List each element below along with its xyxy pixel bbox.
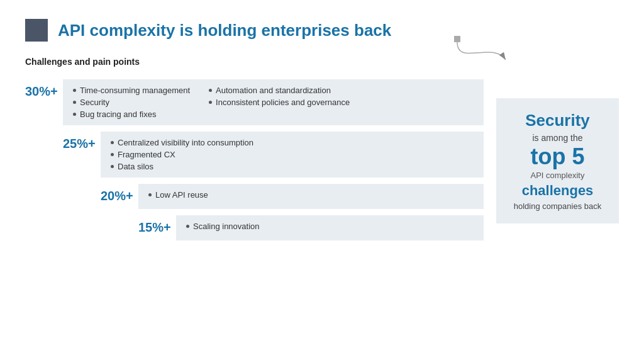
list-item: Bug tracing and fixes	[73, 110, 190, 119]
bar-box-15: Scaling innovation	[176, 215, 484, 240]
bullet-icon	[111, 153, 114, 156]
list-item: Centralized visibility into consumption	[111, 138, 253, 147]
list-item: Scaling innovation	[186, 222, 260, 231]
list-item: Time-consuming management	[73, 86, 190, 95]
callout-security: Security	[506, 111, 609, 130]
bar-col-30-1: Time-consuming management Security Bug t…	[73, 86, 190, 119]
list-item: Security	[73, 98, 190, 107]
bullet-icon	[148, 193, 152, 196]
callout-challenges: challenges	[506, 183, 609, 199]
title-row: API complexity is holding enterprises ba…	[25, 19, 619, 42]
section-label: Challenges and pain points	[25, 57, 619, 67]
list-item: Low API reuse	[148, 190, 208, 200]
right-callout: Security is among the top 5 API complexi…	[496, 98, 619, 223]
bar-content-15: Scaling innovation	[186, 222, 474, 231]
list-item: Fragmented CX	[111, 150, 253, 159]
bullet-icon	[186, 225, 189, 228]
bar-content-20: Low API reuse	[148, 190, 474, 200]
bar-box-25: Centralized visibility into consumption …	[101, 132, 484, 178]
bullet-icon	[209, 89, 212, 92]
callout-api: API complexity	[506, 171, 609, 180]
table-row: 30%+ Time-consuming management Security	[25, 79, 484, 125]
pct-30: 30%+	[25, 79, 63, 99]
main-container: API complexity is holding enterprises ba…	[0, 0, 644, 259]
pct-15: 15%+	[138, 215, 176, 235]
table-row: 20%+ Low API reuse	[101, 184, 484, 209]
bar-col-20-1: Low API reuse	[148, 190, 208, 200]
pct-25: 25%+	[63, 132, 101, 151]
title-icon	[25, 19, 48, 42]
content-area: 30%+ Time-consuming management Security	[25, 79, 619, 247]
bar-content-25: Centralized visibility into consumption …	[111, 138, 474, 171]
bullet-icon	[73, 101, 76, 104]
bar-box-30: Time-consuming management Security Bug t…	[63, 79, 484, 125]
bar-col-30-2: Automation and standardization Inconsist…	[209, 86, 350, 119]
table-row: 25%+ Centralized visibility into consump…	[63, 132, 484, 178]
list-item: Automation and standardization	[209, 86, 350, 95]
bullet-icon	[111, 165, 114, 168]
bar-box-20: Low API reuse	[138, 184, 484, 209]
left-section: 30%+ Time-consuming management Security	[25, 79, 484, 247]
pct-20: 20%+	[101, 184, 138, 203]
bullet-icon	[111, 141, 114, 144]
callout-holding: holding companies back	[506, 201, 609, 211]
bar-content-30: Time-consuming management Security Bug t…	[73, 86, 474, 119]
bullet-icon	[73, 89, 76, 92]
bar-col-25-1: Centralized visibility into consumption …	[111, 138, 253, 171]
callout-is-among: is among the	[506, 133, 609, 143]
bar-col-15-1: Scaling innovation	[186, 222, 260, 231]
list-item: Data silos	[111, 162, 253, 171]
list-item: Inconsistent policies and governance	[209, 98, 350, 107]
callout-top5: top 5	[506, 145, 609, 168]
table-row: 15%+ Scaling innovation	[138, 215, 484, 240]
bullet-icon	[73, 113, 76, 116]
bullet-icon	[209, 101, 212, 104]
main-title: API complexity is holding enterprises ba…	[58, 21, 391, 40]
